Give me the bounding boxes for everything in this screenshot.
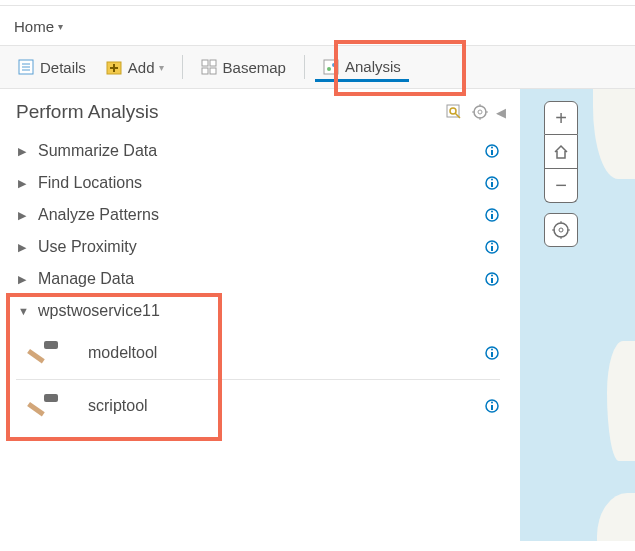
home-label: Home (14, 18, 54, 35)
chevron-down-icon: ▾ (58, 21, 63, 32)
svg-rect-10 (210, 68, 216, 74)
gear-icon[interactable] (472, 104, 488, 120)
tool-label: modeltool (88, 344, 157, 362)
category-label: Find Locations (38, 174, 142, 192)
svg-rect-9 (202, 68, 208, 74)
zoom-in-button[interactable]: + (544, 101, 578, 135)
tool-modeltool[interactable]: modeltool (16, 327, 500, 380)
details-button[interactable]: Details (10, 53, 94, 82)
panel-title: Perform Analysis (16, 101, 159, 123)
svg-point-28 (491, 179, 493, 181)
svg-rect-8 (210, 60, 216, 66)
info-icon[interactable] (484, 345, 500, 361)
svg-point-48 (554, 223, 568, 237)
svg-point-47 (491, 402, 493, 404)
basemap-label: Basemap (223, 59, 286, 76)
svg-point-34 (491, 243, 493, 245)
svg-point-12 (327, 67, 331, 71)
map-controls: + − (544, 101, 578, 247)
category-list: ▶ Summarize Data ▶ Find Locations ▶ (16, 135, 520, 432)
svg-point-17 (474, 106, 486, 118)
map-canvas[interactable]: + − (520, 89, 635, 541)
panel-header-icons: ◀ (446, 104, 506, 120)
category-manage-data[interactable]: ▶ Manage Data (16, 263, 500, 295)
svg-rect-11 (324, 60, 338, 74)
category-label: Analyze Patterns (38, 206, 159, 224)
chevron-right-icon: ▶ (18, 145, 28, 158)
main-area: Perform Analysis ◀ ▶ Summarize Data (0, 88, 635, 541)
zoom-stack: + − (544, 101, 578, 203)
info-icon[interactable] (484, 143, 500, 159)
details-label: Details (40, 59, 86, 76)
category-analyze-patterns[interactable]: ▶ Analyze Patterns (16, 199, 500, 231)
svg-point-31 (491, 211, 493, 213)
zoom-out-button[interactable]: − (544, 169, 578, 203)
analysis-label: Analysis (345, 58, 401, 75)
collapse-icon[interactable]: ◀ (496, 105, 506, 120)
svg-rect-7 (202, 60, 208, 66)
map-land (597, 493, 635, 541)
toolbar: Details Add ▾ Basemap Analysis (0, 45, 635, 88)
chevron-right-icon: ▶ (18, 177, 28, 190)
category-wpstwoservice11[interactable]: ▼ wpstwoservice11 (16, 295, 500, 327)
svg-point-13 (332, 63, 336, 67)
category-label: Summarize Data (38, 142, 157, 160)
svg-point-49 (559, 228, 563, 232)
home-dropdown[interactable]: Home ▾ (14, 18, 63, 35)
category-label: wpstwoservice11 (38, 302, 160, 320)
info-icon[interactable] (484, 398, 500, 414)
analysis-icon (323, 59, 339, 75)
hammer-icon (26, 392, 62, 420)
home-extent-button[interactable] (544, 135, 578, 169)
map-land (607, 341, 635, 461)
chevron-down-icon: ▼ (18, 305, 28, 317)
locate-button[interactable] (544, 213, 578, 247)
svg-point-37 (491, 275, 493, 277)
tool-scriptool[interactable]: scriptool (16, 380, 500, 432)
info-icon[interactable] (484, 271, 500, 287)
category-label: Use Proximity (38, 238, 137, 256)
panel-header: Perform Analysis ◀ (16, 101, 520, 123)
add-label: Add (128, 59, 155, 76)
basemap-icon (201, 59, 217, 75)
svg-rect-43 (44, 394, 58, 402)
analysis-panel: Perform Analysis ◀ ▶ Summarize Data (0, 89, 520, 541)
chevron-right-icon: ▶ (18, 273, 28, 286)
hammer-icon (26, 339, 62, 367)
svg-rect-44 (27, 402, 45, 416)
details-icon (18, 59, 34, 75)
info-icon[interactable] (484, 207, 500, 223)
svg-rect-38 (44, 341, 58, 349)
svg-point-25 (491, 147, 493, 149)
tool-label: scriptool (88, 397, 148, 415)
category-label: Manage Data (38, 270, 134, 288)
svg-point-42 (491, 349, 493, 351)
svg-rect-39 (27, 349, 45, 363)
chevron-right-icon: ▶ (18, 241, 28, 254)
toolbar-divider (182, 55, 183, 79)
chevron-down-icon: ▾ (159, 62, 164, 73)
category-find-locations[interactable]: ▶ Find Locations (16, 167, 500, 199)
category-summarize-data[interactable]: ▶ Summarize Data (16, 135, 500, 167)
toolbar-divider (304, 55, 305, 79)
category-use-proximity[interactable]: ▶ Use Proximity (16, 231, 500, 263)
analysis-button[interactable]: Analysis (315, 52, 409, 82)
nav-row: Home ▾ (0, 6, 635, 45)
info-icon[interactable] (484, 239, 500, 255)
search-tools-icon[interactable] (446, 104, 464, 120)
chevron-right-icon: ▶ (18, 209, 28, 222)
add-icon (106, 59, 122, 75)
svg-point-18 (478, 110, 482, 114)
info-icon[interactable] (484, 175, 500, 191)
map-land (593, 89, 635, 179)
add-button[interactable]: Add ▾ (98, 53, 172, 82)
basemap-button[interactable]: Basemap (193, 53, 294, 82)
